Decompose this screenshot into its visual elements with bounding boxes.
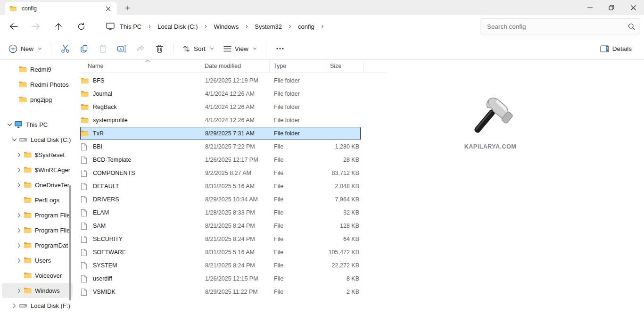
new-button[interactable]: New: [4, 40, 47, 57]
search-input[interactable]: [487, 23, 628, 30]
paste-icon: [99, 44, 107, 53]
column-header-date-modified[interactable]: Date modified: [201, 60, 270, 72]
sidebar-chevron-icon[interactable]: [10, 303, 18, 308]
tab-close-icon[interactable]: [103, 3, 113, 14]
new-tab-button[interactable]: [122, 2, 134, 14]
sidebar-item-program-file[interactable]: Program File: [2, 207, 73, 223]
forward-button[interactable]: [26, 18, 45, 35]
minimize-button[interactable]: [579, 0, 601, 15]
close-button[interactable]: [622, 0, 644, 15]
titlebar: config: [0, 0, 644, 15]
file-row-regback[interactable]: RegBack 4/1/2024 12:26 AM File folder: [80, 100, 361, 114]
sidebar-item--sysreset[interactable]: $SysReset: [2, 147, 73, 162]
file-row-drivers[interactable]: DRIVERS 8/29/2025 10:34 AM File 7,964 KB: [80, 193, 361, 206]
sidebar-item-users[interactable]: Users: [2, 253, 73, 268]
hammer-icon: [460, 93, 521, 142]
sidebar-chevron-icon[interactable]: [15, 228, 23, 233]
sidebar-item--winreager[interactable]: $WinREAger: [2, 162, 73, 177]
address-bar[interactable]: This PC › Local Disk (C:) › Windows › Sy…: [103, 18, 480, 35]
file-row-vsmidk[interactable]: VSMIDK 8/29/2025 11:22 PM File 2 KB: [80, 285, 361, 298]
file-row-components[interactable]: COMPONENTS 9/2/2025 8:27 AM File 83,712 …: [80, 166, 361, 180]
file-date-modified: 1/26/2025 12:15 PM: [205, 275, 274, 282]
file-date-modified: 8/21/2025 7:22 PM: [205, 143, 274, 150]
column-header-name[interactable]: Name: [80, 60, 201, 72]
sidebar-chevron-icon[interactable]: [15, 243, 23, 248]
file-name: RegBack: [88, 104, 205, 110]
sort-ascending-icon: [145, 59, 150, 62]
file-row-elam[interactable]: ELAM 1/28/2025 8:33 PM File 32 KB: [80, 206, 361, 219]
copy-button[interactable]: [74, 40, 93, 57]
file-row-bfs[interactable]: BFS 1/26/2025 12:19 PM File folder: [80, 74, 361, 87]
sidebar-item-onedriveter[interactable]: OneDriveTer: [2, 177, 73, 192]
file-row-journal[interactable]: Journal 4/1/2024 12:26 AM File folder: [80, 87, 361, 100]
sidebar-item-redmi-photos[interactable]: Redmi Photos: [2, 77, 73, 92]
file-name: DEFAULT: [88, 183, 205, 190]
sidebar-chevron-icon[interactable]: [15, 182, 23, 188]
breadcrumb-item-this-pc[interactable]: This PC: [116, 21, 145, 32]
rename-button[interactable]: A: [112, 40, 131, 57]
file-row-system[interactable]: SYSTEM 8/21/2025 8:24 PM File 22,272 KB: [80, 259, 361, 272]
sidebar-item-voiceover[interactable]: Voiceover: [2, 268, 73, 283]
file-row-userdiff[interactable]: userdiff 1/26/2025 12:15 PM File 8 KB: [80, 272, 361, 285]
column-header-type[interactable]: Type: [270, 60, 326, 72]
sidebar-item-local-disk-f-[interactable]: Local Disk (F:): [2, 298, 73, 313]
column-header-size[interactable]: Size: [326, 60, 364, 72]
details-button[interactable]: Details: [595, 40, 636, 57]
search-icon[interactable]: [628, 23, 635, 30]
breadcrumb-item-windows[interactable]: Windows: [210, 21, 242, 32]
file-size: 105,472 KB: [327, 249, 361, 256]
sidebar-item-local-disk-c-[interactable]: Local Disk (C:): [2, 132, 73, 147]
sidebar-item-windows[interactable]: Windows: [2, 283, 73, 298]
sidebar-chevron-icon[interactable]: [15, 152, 23, 158]
sidebar-item-redmi9[interactable]: Redmi9: [2, 62, 73, 77]
sidebar-chevron-icon[interactable]: [15, 258, 23, 263]
file-row-sam[interactable]: SAM 8/21/2025 8:24 PM File 128 KB: [80, 219, 361, 232]
sidebar-chevron-icon[interactable]: [15, 167, 23, 173]
file-row-software[interactable]: SOFTWARE 8/31/2025 5:16 AM File 105,472 …: [80, 246, 361, 259]
sidebar-item-label: Users: [35, 257, 51, 264]
sidebar-chevron-icon[interactable]: [15, 288, 23, 293]
sidebar-chevron-icon[interactable]: [6, 123, 13, 126]
folder-icon: [24, 227, 32, 233]
breadcrumb-item-system32[interactable]: System32: [251, 21, 286, 32]
more-options-button[interactable]: [271, 40, 289, 57]
file-date-modified: 8/21/2025 8:24 PM: [205, 262, 274, 269]
sidebar-chevron-icon[interactable]: [15, 213, 23, 218]
sidebar-scrollbar[interactable]: [69, 185, 71, 300]
restore-button[interactable]: [601, 0, 622, 15]
file-row-bcd-template[interactable]: BCD-Template 1/26/2025 12:17 PM File 28 …: [80, 153, 361, 166]
view-button-label: View: [235, 45, 248, 52]
paste-button[interactable]: [93, 40, 112, 57]
file-row-bbi[interactable]: BBI 8/21/2025 7:22 PM File 1,280 KB: [80, 140, 361, 153]
up-button[interactable]: [49, 18, 68, 35]
file-icon: [81, 288, 88, 296]
refresh-button[interactable]: [72, 18, 91, 35]
share-button[interactable]: [131, 40, 150, 57]
more-icon: [276, 48, 284, 50]
folder-icon: [81, 117, 88, 124]
share-icon: [136, 44, 145, 53]
folder-icon: [24, 166, 32, 173]
file-size: 1,280 KB: [327, 143, 361, 150]
sidebar-chevron-icon[interactable]: [10, 138, 18, 141]
breadcrumb-item-config[interactable]: config: [294, 21, 318, 32]
file-size: 22,272 KB: [327, 262, 361, 269]
file-row-txr[interactable]: TxR 8/29/2025 7:31 AM File folder: [80, 127, 361, 140]
file-row-default[interactable]: DEFAULT 8/31/2025 5:16 AM File 2,048 KB: [80, 180, 361, 193]
sidebar-item-png2jpg[interactable]: png2jpg: [2, 92, 73, 107]
sidebar-item-perflogs[interactable]: PerfLogs: [2, 192, 73, 207]
back-button[interactable]: [4, 18, 23, 35]
sidebar-item-program-file[interactable]: Program File: [2, 223, 73, 238]
cut-button[interactable]: [56, 40, 74, 57]
breadcrumb-item-local-disk-c-[interactable]: Local Disk (C:): [154, 21, 201, 32]
search-box[interactable]: [480, 18, 640, 34]
sidebar-item-this-pc[interactable]: This PC: [2, 117, 73, 132]
sidebar-item-programdat[interactable]: ProgramDat: [2, 238, 73, 253]
explorer-tab[interactable]: config: [5, 2, 117, 15]
view-button[interactable]: View: [219, 40, 262, 57]
sidebar-item-label: png2jpg: [30, 96, 52, 103]
delete-button[interactable]: [150, 40, 169, 57]
sort-button[interactable]: Sort: [178, 40, 219, 57]
file-row-systemprofile[interactable]: systemprofile 4/1/2024 12:26 AM File fol…: [80, 114, 361, 127]
file-row-security[interactable]: SECURITY 8/21/2025 8:24 PM File 64 KB: [80, 232, 361, 246]
